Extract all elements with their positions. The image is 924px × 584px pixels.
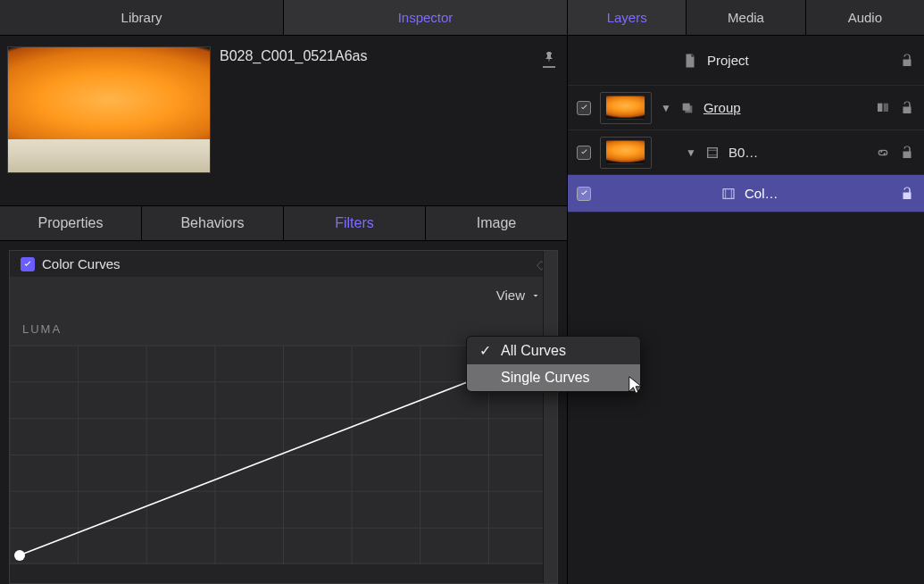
group-icon [680, 101, 695, 115]
clip-thumbnail[interactable] [7, 46, 211, 173]
inspector-body: Color Curves ◇ View LUMA [0, 241, 567, 584]
right-top-tabs: Layers Media Audio [568, 0, 924, 36]
curve-handle-black[interactable] [14, 550, 25, 561]
scrollbar-track[interactable] [543, 251, 557, 583]
disclosure-triangle-icon[interactable]: ▼ [661, 102, 671, 114]
tab-behaviors[interactable]: Behaviors [142, 206, 284, 240]
layer-row-project[interactable]: Project [568, 36, 924, 86]
tab-library[interactable]: Library [0, 0, 284, 35]
check-icon [22, 259, 33, 270]
svg-rect-19 [884, 103, 888, 111]
tab-properties[interactable]: Properties [0, 206, 142, 240]
menu-item-label: Single Curves [501, 370, 590, 386]
menu-item-label: All Curves [501, 343, 566, 359]
filter-filmstrip-icon [721, 187, 736, 201]
tab-media[interactable]: Media [687, 0, 805, 35]
filmstrip-icon [705, 146, 720, 160]
left-top-tabs: Library Inspector [0, 0, 567, 36]
layer-row-group[interactable]: ▼ Group [568, 86, 924, 130]
clip-header: B028_C001_0521A6as [0, 36, 567, 205]
tab-audio[interactable]: Audio [806, 0, 924, 35]
unlock-icon[interactable] [899, 53, 915, 69]
pin-icon [542, 50, 556, 64]
svg-rect-17 [685, 105, 692, 113]
layer-visibility-checkbox[interactable] [577, 187, 591, 201]
tab-inspector[interactable]: Inspector [284, 0, 567, 35]
pin-button[interactable] [542, 46, 560, 68]
view-label: View [496, 288, 525, 303]
layer-thumbnail [600, 92, 652, 124]
layer-name-filter: Col… [745, 186, 778, 201]
chevron-down-icon [530, 290, 541, 301]
layer-row-filter[interactable]: Col… [568, 175, 924, 213]
link-icon[interactable] [876, 146, 890, 160]
tab-image[interactable]: Image [426, 206, 567, 240]
check-icon: ✓ [478, 342, 492, 359]
disclosure-triangle-icon[interactable]: ▼ [686, 146, 696, 159]
view-menu-item-all-curves[interactable]: ✓ All Curves [467, 337, 640, 364]
blend-icon[interactable] [876, 101, 890, 115]
layer-name-group: Group [703, 100, 741, 115]
cursor-icon [627, 375, 646, 395]
check-icon [579, 103, 589, 113]
project-icon [682, 53, 698, 69]
unlock-icon[interactable] [899, 100, 915, 116]
check-icon [579, 188, 589, 198]
unlock-icon[interactable] [899, 186, 915, 202]
layer-visibility-checkbox[interactable] [577, 101, 591, 115]
view-dropdown[interactable]: View [10, 277, 557, 308]
filter-header: Color Curves ◇ [10, 251, 557, 277]
view-menu-popover: ✓ All Curves Single Curves [466, 336, 641, 392]
view-menu-item-single-curves[interactable]: Single Curves [467, 364, 640, 391]
luma-curve-line [19, 362, 520, 555]
tab-filters[interactable]: Filters [284, 206, 426, 240]
svg-rect-18 [878, 103, 882, 111]
filter-enable-checkbox[interactable] [21, 257, 35, 271]
tab-layers[interactable]: Layers [568, 0, 687, 35]
layer-name-project: Project [707, 53, 749, 68]
clip-title: B028_C001_0521A6as [220, 46, 533, 64]
layer-row-clip[interactable]: ▼ B0… [568, 130, 924, 175]
unlock-icon[interactable] [899, 145, 915, 161]
layer-name-clip: B0… [728, 145, 758, 160]
svg-rect-20 [708, 147, 718, 157]
inspector-sub-tabs: Properties Behaviors Filters Image [0, 205, 567, 241]
check-icon [579, 147, 589, 157]
svg-rect-23 [723, 188, 734, 198]
filter-name-label: Color Curves [42, 256, 121, 271]
layer-thumbnail [600, 137, 652, 169]
layer-visibility-checkbox[interactable] [577, 146, 591, 160]
